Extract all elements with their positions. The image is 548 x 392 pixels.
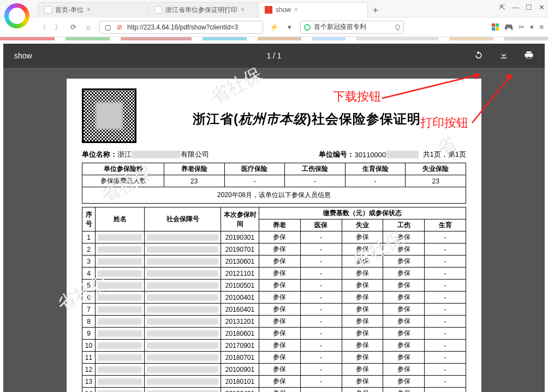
pdf-title: show [14,51,32,60]
annotation-print: 打印按钮 [420,115,468,131]
menu-icon[interactable]: ≡ [539,23,544,31]
redacted [132,151,181,158]
search-icon[interactable]: Q [395,23,400,31]
maximize-icon[interactable]: ☐ [526,3,532,11]
qr-code [82,88,136,143]
address-bar[interactable]: ▢ ⊘ http://223.4.64.16/pdf/show?clientId… [99,21,263,34]
browser-logo-icon [4,3,29,28]
reload-icon[interactable]: ⟳ [69,23,78,32]
pdf-toolbar: show 1 / 1 [3,44,545,68]
tab-home[interactable]: 首页-单位× [38,2,147,17]
search-engine-icon [304,24,311,31]
toolbar: 〈 〉 ⟳ ⌂ ▢ ⊘ http://223.4.64.16/pdf/show?… [0,17,548,37]
new-tab-button[interactable]: + [369,4,382,17]
page-icon [154,6,162,14]
back-icon[interactable]: 〈 [38,23,47,32]
flash-icon[interactable]: ⚡ [270,23,278,32]
scissors-icon[interactable]: ✂ [519,23,525,31]
titlebar: 首页-单位× 浙江省单位参保证明打印× show× + ⇱ — ☐ ✕ [0,0,548,17]
restore-icon[interactable]: ⇱ [499,3,505,11]
home-icon[interactable]: ⌂ [84,23,93,32]
dropdown-icon[interactable]: ▾ [285,23,294,32]
detail-table: 序号姓名社会保障号本次参保时间缴费基数（元）或参保状态养老医保失业工伤生育120… [82,207,466,392]
search-box[interactable]: 首个新冠疫苗专利 Q [300,21,404,34]
page-indicator: 1 / 1 [266,51,281,60]
redacted [386,151,419,158]
meta-row: 单位名称： 浙江 有限公司 单位编号： 30110000 共1页，第1页 [82,150,466,159]
page-icon [44,6,52,14]
rotate-icon[interactable] [474,50,484,62]
forward-icon[interactable]: 〉 [53,23,62,32]
annotation-download: 下载按钮 [333,88,381,105]
close-icon[interactable]: × [87,6,91,14]
tab-label: 首页-单位 [55,5,84,15]
tab-show[interactable]: show× [259,2,368,17]
tab-cert[interactable]: 浙江省单位参保证明打印× [148,2,258,17]
close-icon[interactable]: × [241,6,245,14]
unit-name-label: 单位名称： [82,150,117,159]
shield-icon: ▢ [103,23,112,32]
block-icon: ⊘ [115,23,124,32]
summary-table: 单位参保险种养老保险医疗保险工伤保险生育保险失业保险参保缴费总人数23---23… [82,163,466,204]
arrow-print [469,71,535,126]
apps-icon[interactable] [492,23,499,31]
page-icon [265,6,272,14]
game-icon[interactable]: 🎮 [504,23,513,31]
window-controls: ⇱ — ☐ ✕ [499,3,545,11]
bookmark-strip [0,37,548,40]
search-text: 首个新冠疫苗专利 [314,22,366,32]
svg-marker-3 [505,74,512,81]
svg-line-2 [472,74,512,123]
pdf-page: 省社保 省社保 省社保 省社保 省 浙江省(杭州市本级)社会保险参保证明 单位名… [67,79,481,392]
unit-code-label: 单位编号： [319,150,354,159]
print-icon[interactable] [524,50,534,62]
close-window-icon[interactable]: ✕ [539,3,545,11]
url-text: http://223.4.64.16/pdf/show?clientId=3 [127,23,238,31]
close-icon[interactable]: × [294,6,298,14]
minimize-icon[interactable]: — [512,3,519,11]
tab-label: 浙江省单位参保证明打印 [165,5,237,15]
tab-strip: 首页-单位× 浙江省单位参保证明打印× show× + [38,0,382,17]
svg-line-0 [382,74,480,98]
tab-label: show [276,6,291,14]
more-icon[interactable]: ▾ [530,23,534,31]
download-icon[interactable] [499,50,509,62]
